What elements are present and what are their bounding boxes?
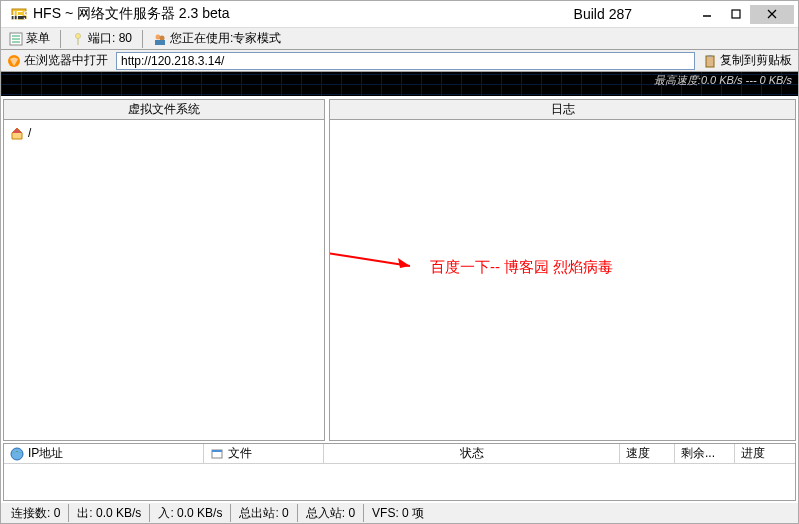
window-title: HFS ~ 网络文件服务器 2.3 beta [33, 5, 229, 23]
svg-point-11 [76, 33, 81, 38]
file-icon [210, 447, 224, 461]
copy-clipboard-label: 复制到剪贴板 [720, 52, 792, 69]
vfs-header: 虚拟文件系统 [4, 100, 324, 120]
vfs-tree[interactable]: / [4, 120, 324, 440]
menu-label: 菜单 [26, 30, 50, 47]
mode-button[interactable]: 您正在使用:专家模式 [149, 30, 285, 48]
col-ip[interactable]: IP地址 [4, 444, 204, 463]
url-input[interactable] [116, 52, 695, 70]
svg-rect-17 [706, 56, 714, 67]
svg-point-21 [11, 448, 23, 460]
svg-text:HFS: HFS [11, 9, 27, 22]
maximize-button[interactable] [721, 5, 750, 24]
menu-icon [9, 32, 23, 46]
speed-text: 最高速度:0.0 KB/s --- 0 KB/s [654, 73, 792, 88]
connections-header: IP地址 文件 状态 速度 剩余... 进度 [4, 444, 795, 464]
port-button[interactable]: 端口: 80 [67, 30, 136, 48]
status-out: 出: 0.0 KB/s [69, 504, 150, 522]
svg-line-19 [330, 222, 410, 266]
build-label: Build 287 [574, 6, 632, 22]
col-remaining[interactable]: 剩余... [675, 444, 735, 463]
col-progress[interactable]: 进度 [735, 444, 795, 463]
port-label: 端口: 80 [88, 30, 132, 47]
globe-icon [10, 447, 24, 461]
col-file[interactable]: 文件 [204, 444, 324, 463]
browser-icon [7, 54, 21, 68]
close-button[interactable] [750, 5, 794, 24]
col-speed[interactable]: 速度 [620, 444, 675, 463]
clipboard-icon [703, 54, 717, 68]
annotation-arrow [330, 222, 430, 292]
svg-rect-23 [212, 450, 222, 452]
log-panel: 日志 百度一下-- 博客园 烈焰病毒 [329, 99, 796, 441]
connections-body[interactable] [4, 464, 795, 500]
status-vfs: VFS: 0 项 [364, 504, 432, 522]
titlebar: HFS HFS ~ 网络文件服务器 2.3 beta Build 287 [1, 1, 798, 28]
svg-rect-15 [155, 40, 165, 45]
svg-marker-20 [398, 258, 410, 268]
vfs-root-item[interactable]: / [8, 124, 320, 142]
app-icon: HFS [11, 6, 27, 22]
status-connections: 连接数: 0 [3, 504, 69, 522]
log-header: 日志 [330, 100, 795, 120]
window-controls [692, 5, 794, 24]
mode-label: 您正在使用:专家模式 [170, 30, 281, 47]
annotation-text: 百度一下-- 博客园 烈焰病毒 [430, 258, 613, 277]
statusbar: 连接数: 0 出: 0.0 KB/s 入: 0.0 KB/s 总出站: 0 总入… [1, 503, 798, 523]
status-in: 入: 0.0 KB/s [150, 504, 231, 522]
port-icon [71, 32, 85, 46]
status-total-in: 总入站: 0 [298, 504, 364, 522]
svg-rect-4 [732, 10, 740, 18]
vfs-root-label: / [28, 126, 31, 140]
copy-clipboard-button[interactable]: 复制到剪贴板 [699, 52, 796, 70]
users-icon [153, 32, 167, 46]
svg-point-14 [160, 35, 165, 40]
log-body[interactable]: 百度一下-- 博客园 烈焰病毒 [330, 120, 795, 440]
toolbar: 菜单 端口: 80 您正在使用:专家模式 [1, 28, 798, 50]
speed-graph: document.write(Array.from({length:40},(_… [1, 72, 798, 96]
address-bar: 在浏览器中打开 复制到剪贴板 [1, 50, 798, 72]
col-status[interactable]: 状态 [324, 444, 620, 463]
open-browser-label: 在浏览器中打开 [24, 52, 108, 69]
open-browser-button[interactable]: 在浏览器中打开 [3, 52, 112, 70]
home-icon [10, 126, 24, 140]
main-panels: 虚拟文件系统 / 日志 百度一下-- 博客园 烈焰病毒 [1, 96, 798, 443]
menu-button[interactable]: 菜单 [5, 30, 54, 48]
status-total-out: 总出站: 0 [231, 504, 297, 522]
svg-rect-18 [708, 55, 712, 57]
minimize-button[interactable] [692, 5, 721, 24]
vfs-panel: 虚拟文件系统 / [3, 99, 325, 441]
connections-panel: IP地址 文件 状态 速度 剩余... 进度 [3, 443, 796, 501]
